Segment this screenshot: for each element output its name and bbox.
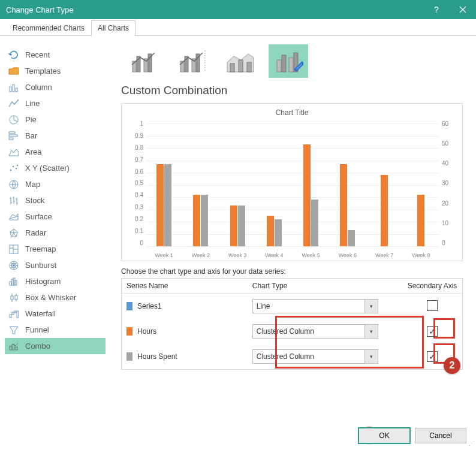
folder-icon: [8, 66, 19, 77]
dialog-footer: OK Cancel: [0, 421, 476, 450]
sidebar-item-label: Box & Whisker: [25, 293, 76, 302]
histogram-icon: [8, 276, 19, 287]
sidebar-item-label: Stock: [25, 196, 45, 205]
sidebar-item-column[interactable]: Column: [5, 79, 106, 95]
sidebar-item-label: Recent: [25, 50, 50, 59]
header-chart-type: Chart Type: [248, 279, 402, 293]
sidebar-item-pie[interactable]: Pie: [5, 111, 106, 128]
svg-rect-6: [9, 138, 13, 140]
svg-rect-5: [9, 135, 17, 137]
sidebar-item-combo[interactable]: Combo: [5, 338, 106, 354]
svg-point-10: [17, 164, 19, 166]
sidebar-item-line[interactable]: Line: [5, 95, 106, 111]
sidebar-item-map[interactable]: Map: [5, 176, 106, 192]
series-name: Series1: [137, 302, 162, 310]
sidebar-item-funnel[interactable]: Funnel: [5, 322, 106, 338]
sidebar-item-templates[interactable]: Templates: [5, 63, 106, 79]
plot-region: [146, 123, 439, 246]
svg-rect-37: [239, 60, 243, 72]
sidebar-item-recent[interactable]: Recent: [5, 47, 106, 63]
svg-rect-41: [289, 58, 293, 72]
content-panel: Custom Combination Chart Title 10.90.80.…: [108, 36, 476, 417]
pie-icon: [8, 114, 19, 125]
close-button[interactable]: [450, 0, 476, 19]
subtype-clustered-col-line-sec[interactable]: [173, 44, 212, 78]
sidebar-item-radar[interactable]: Radar: [5, 225, 106, 241]
select-value: Line: [253, 302, 364, 310]
bar-icon: [8, 131, 19, 141]
sidebar-item-label: Funnel: [25, 325, 49, 334]
sidebar-item-box-whisker[interactable]: Box & Whisker: [5, 289, 106, 306]
svg-rect-21: [10, 315, 11, 318]
sidebar-item-sunburst[interactable]: Sunburst: [5, 257, 106, 273]
sidebar-item-bar[interactable]: Bar: [5, 128, 106, 144]
svg-rect-24: [17, 311, 19, 318]
chart-type-select-hours-spent[interactable]: Clustered Column▾: [252, 349, 378, 364]
radar-icon: [8, 228, 19, 238]
series-swatch-icon: [126, 352, 132, 361]
chart-type-select-series1[interactable]: Line▾: [252, 299, 378, 313]
close-icon: [459, 6, 466, 13]
chart-type-select-hours[interactable]: Clustered Column▾: [252, 324, 378, 339]
section-title: Custom Combination: [121, 84, 465, 97]
scatter-icon: [8, 163, 19, 174]
svg-rect-2: [16, 88, 17, 92]
y-axis-left: 10.90.80.70.60.50.40.30.20.10: [129, 120, 143, 246]
series-instruction: Choose the chart type and axis for your …: [121, 267, 463, 276]
cancel-button[interactable]: Cancel: [415, 428, 466, 443]
sidebar-item-area[interactable]: Area: [5, 144, 106, 160]
sidebar-item-surface[interactable]: Surface: [5, 209, 106, 225]
y-axis-right: 6050403020100: [442, 120, 455, 246]
svg-rect-18: [15, 280, 17, 285]
tab-strip: Recommended Charts All Charts: [0, 19, 476, 36]
treemap-icon: [8, 244, 19, 255]
chart-title: Chart Title: [129, 108, 455, 117]
sidebar-item-histogram[interactable]: Histogram: [5, 273, 106, 289]
svg-point-7: [10, 169, 12, 171]
tab-all-charts[interactable]: All Charts: [91, 20, 135, 36]
combo-subtype-row: [119, 44, 465, 78]
column-icon: [8, 82, 19, 93]
header-secondary-axis: Secondary Axis: [402, 279, 462, 293]
area-icon: [8, 147, 19, 158]
series-row-series1: Series1 Line▾: [122, 294, 462, 319]
sidebar-item-label: Waterfall: [25, 309, 56, 318]
select-value: Clustered Column: [253, 352, 364, 361]
bars-group: [146, 123, 439, 246]
stock-icon: [8, 195, 19, 206]
sidebar-item-label: Column: [25, 83, 52, 92]
series-name: Hours: [137, 327, 156, 336]
svg-rect-22: [12, 312, 14, 315]
svg-rect-0: [10, 87, 11, 92]
tab-recommended[interactable]: Recommended Charts: [6, 20, 91, 36]
chart-preview: Chart Title 10.90.80.70.60.50.40.30.20.1…: [121, 103, 463, 261]
sidebar-item-treemap[interactable]: Treemap: [5, 241, 106, 257]
svg-rect-4: [9, 132, 15, 134]
series-row-hours-spent: Hours Spent Clustered Column▾ ✓: [122, 344, 462, 369]
series-swatch-icon: [126, 327, 132, 336]
subtype-custom-combo[interactable]: [269, 44, 308, 78]
svg-rect-38: [247, 62, 251, 72]
sidebar-item-scatter[interactable]: X Y (Scatter): [5, 160, 106, 176]
svg-rect-20: [15, 295, 17, 300]
help-button[interactable]: ?: [423, 0, 450, 19]
ok-button[interactable]: OK: [358, 428, 410, 443]
resize-grip-icon[interactable]: ⋰: [468, 442, 475, 449]
secondary-axis-checkbox-hours-spent[interactable]: ✓: [427, 351, 438, 362]
chart-plot-area: 10.90.80.70.60.50.40.30.20.10 6050403020…: [129, 120, 455, 258]
subtype-clustered-col-line[interactable]: [125, 44, 164, 78]
sidebar-item-label: Area: [25, 147, 41, 156]
sidebar-item-label: Combo: [25, 342, 50, 351]
subtype-stacked-area-col[interactable]: [221, 44, 260, 78]
svg-rect-40: [282, 55, 286, 72]
sidebar-item-waterfall[interactable]: Waterfall: [5, 306, 106, 322]
secondary-axis-checkbox-series1[interactable]: [427, 300, 438, 311]
chevron-down-icon: ▾: [364, 350, 378, 363]
chevron-down-icon: ▾: [364, 325, 378, 338]
sidebar-item-stock[interactable]: Stock: [5, 192, 106, 209]
line-icon: [8, 98, 19, 109]
svg-point-9: [16, 167, 17, 169]
svg-rect-1: [13, 84, 14, 92]
map-icon: [8, 179, 19, 190]
secondary-axis-checkbox-hours[interactable]: ✓: [427, 326, 438, 337]
